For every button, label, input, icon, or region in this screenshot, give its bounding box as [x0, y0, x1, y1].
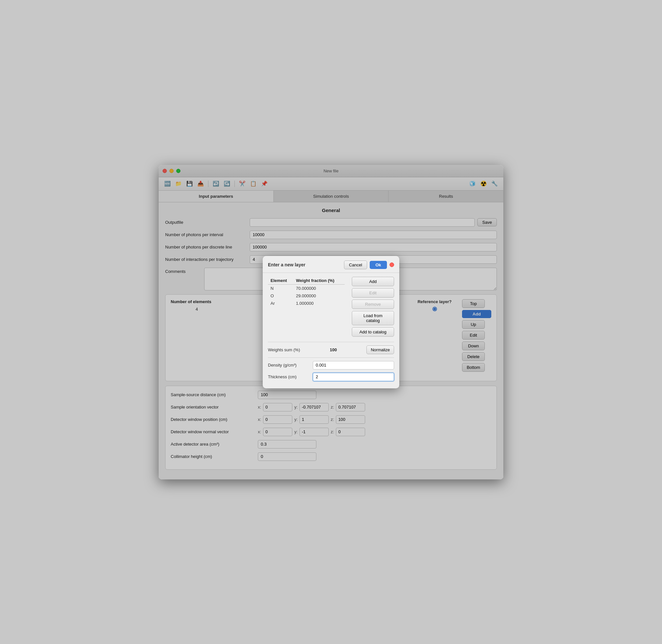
table-header-row: Element Weight fraction (%): [268, 277, 345, 284]
modal-element-table: Element Weight fraction (%) N 70.000000: [268, 277, 345, 339]
weight-n: 70.000000: [293, 284, 345, 292]
modal-action-buttons: Add Edit Remove Load from catalog Add to…: [349, 277, 394, 339]
element-n: N: [268, 284, 293, 292]
density-label: Density (g/cm³): [268, 363, 310, 368]
density-input[interactable]: [313, 361, 394, 369]
modal-cancel-button[interactable]: Cancel: [344, 260, 367, 269]
modal-overlay: Enter a new layer Cancel Ok Element: [159, 165, 503, 479]
table-row[interactable]: O 29.000000: [268, 292, 345, 300]
thickness-input[interactable]: [313, 373, 394, 381]
add-element-button[interactable]: Add: [352, 277, 394, 286]
weights-sum-value: 100: [330, 347, 337, 352]
modal-ok-button[interactable]: Ok: [370, 261, 387, 269]
edit-element-button[interactable]: Edit: [352, 288, 394, 298]
modal-title: Enter a new layer: [268, 262, 305, 267]
load-catalog-button[interactable]: Load from catalog: [352, 311, 394, 325]
element-table: Element Weight fraction (%) N 70.000000: [268, 277, 345, 307]
table-row[interactable]: N 70.000000: [268, 284, 345, 292]
remove-element-button[interactable]: Remove: [352, 300, 394, 309]
modal-header: Enter a new layer Cancel Ok: [263, 256, 399, 273]
normalize-button[interactable]: Normalize: [367, 345, 394, 354]
main-window: New file 🆕 📁 💾 📥 ↩️ ↪️ ✂️ 📋 📌 🧊 ☢️ 🔧 Inp…: [159, 165, 503, 479]
table-row[interactable]: Ar 1.000000: [268, 300, 345, 307]
density-row: Density (g/cm³): [268, 361, 394, 369]
modal-top-section: Element Weight fraction (%) N 70.000000: [268, 277, 394, 339]
element-ar: Ar: [268, 300, 293, 307]
weight-o: 29.000000: [293, 292, 345, 300]
weights-sum-label: Weights sum (%): [268, 347, 300, 352]
modal-divider2: [268, 358, 394, 358]
add-catalog-button[interactable]: Add to catalog: [352, 327, 394, 337]
weights-sum-row: Weights sum (%) 100 Normalize: [268, 345, 394, 354]
modal-close-button[interactable]: [389, 262, 394, 267]
modal-header-buttons: Cancel Ok: [344, 260, 394, 269]
weight-ar: 1.000000: [293, 300, 345, 307]
new-layer-modal: Enter a new layer Cancel Ok Element: [263, 256, 399, 388]
modal-body: Element Weight fraction (%) N 70.000000: [263, 273, 399, 388]
modal-divider1: [268, 342, 394, 342]
thickness-label: Thickness (cm): [268, 374, 310, 379]
element-o: O: [268, 292, 293, 300]
element-table-body: N 70.000000 O 29.000000 Ar 1.000000: [268, 284, 345, 307]
thickness-row: Thickness (cm): [268, 373, 394, 381]
col-weight: Weight fraction (%): [293, 277, 345, 284]
col-element: Element: [268, 277, 293, 284]
